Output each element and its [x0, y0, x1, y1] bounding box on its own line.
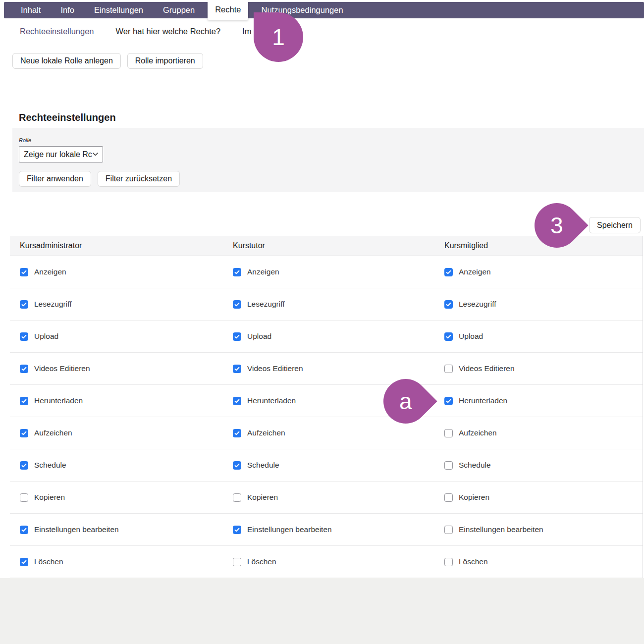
permission-cell: Upload [444, 332, 483, 341]
permission-label: Löschen [34, 557, 63, 566]
permission-cell: Anzeigen [20, 268, 66, 276]
permission-label: Anzeigen [459, 268, 491, 276]
checkbox-kurstutor-einstellungen-bearbeiten[interactable] [233, 526, 241, 534]
checkbox-kursadministrator-einstellungen-bearbeiten[interactable] [20, 526, 28, 534]
new-local-role-button[interactable]: Neue lokale Rolle anlegen [12, 53, 121, 69]
tab-gruppen[interactable]: Gruppen [153, 2, 205, 18]
checkbox-kursmitglied-aufzeichen[interactable] [444, 429, 453, 437]
checkbox-kursmitglied-herunterladen[interactable] [444, 397, 453, 405]
checkbox-kursmitglied-lesezugriff[interactable] [444, 300, 453, 309]
permission-cell: Herunterladen [233, 396, 296, 405]
checkbox-kurstutor-löschen[interactable] [233, 558, 241, 566]
permission-cell: Lesezugriff [20, 300, 72, 309]
checkbox-kursadministrator-kopieren[interactable] [20, 493, 28, 502]
permission-cell: Kopieren [444, 493, 489, 502]
tab-inhalt[interactable]: Inhalt [11, 2, 51, 18]
permission-label: Einstellungen bearbeiten [34, 525, 119, 534]
role-select[interactable]: Zeige nur lokale Rc [19, 146, 103, 162]
subnav-item-rechteeinstellungen[interactable]: Rechteeinstellungen [20, 27, 94, 36]
column-header-kurstutor: Kurstutor [233, 241, 265, 250]
permission-row-herunterladen: HerunterladenHerunterladenHerunterladen [10, 385, 643, 417]
role-actions: Neue lokale Rolle anlegen Rolle importie… [12, 53, 203, 69]
column-header-kursmitglied: Kursmitglied [444, 241, 488, 250]
permission-cell: Anzeigen [233, 268, 279, 276]
permission-cell: Schedule [444, 461, 491, 470]
checkbox-kurstutor-videos-editieren[interactable] [233, 365, 241, 373]
permission-cell: Videos Editieren [233, 364, 303, 373]
checkbox-kursadministrator-schedule[interactable] [20, 461, 28, 470]
permission-row-einstellungen-bearbeiten: Einstellungen bearbeitenEinstellungen be… [10, 514, 643, 546]
permission-cell: Einstellungen bearbeiten [233, 525, 332, 534]
permission-cell: Aufzeichen [233, 429, 285, 437]
permission-label: Löschen [459, 557, 488, 566]
checkbox-kursmitglied-einstellungen-bearbeiten[interactable] [444, 526, 453, 534]
permission-label: Lesezugriff [459, 300, 496, 309]
reset-filter-button[interactable]: Filter zurücksetzen [98, 171, 180, 187]
permission-cell: Videos Editieren [444, 364, 515, 373]
permission-row-schedule: ScheduleScheduleSchedule [10, 449, 643, 482]
permission-label: Videos Editieren [34, 364, 90, 373]
permission-label: Upload [34, 332, 58, 341]
checkbox-kursmitglied-anzeigen[interactable] [444, 268, 453, 276]
annotation-label: a [399, 390, 412, 413]
checkbox-kurstutor-herunterladen[interactable] [233, 397, 241, 405]
permission-cell: Aufzeichen [444, 429, 497, 437]
save-button[interactable]: Speichern [589, 217, 641, 233]
permission-cell: Löschen [444, 557, 488, 566]
checkbox-kursadministrator-videos-editieren[interactable] [20, 365, 28, 373]
permission-label: Aufzeichen [247, 429, 285, 437]
chevron-down-icon [93, 153, 98, 156]
permission-row-kopieren: KopierenKopierenKopieren [10, 482, 643, 514]
checkbox-kursmitglied-schedule[interactable] [444, 461, 453, 470]
permission-row-lesezugriff: LesezugriffLesezugriffLesezugriff [10, 288, 643, 321]
checkbox-kursmitglied-kopieren[interactable] [444, 493, 453, 502]
permission-label: Herunterladen [34, 396, 83, 405]
top-navigation: InhaltInfoEinstellungenGruppenRechteNutz… [4, 2, 644, 18]
permission-row-videos-editieren: Videos EditierenVideos EditierenVideos E… [10, 353, 643, 385]
role-select-value: Zeige nur lokale Rc [24, 150, 92, 159]
checkbox-kursadministrator-upload[interactable] [20, 332, 28, 341]
permission-cell: Löschen [20, 557, 63, 566]
permission-label: Kopieren [34, 493, 65, 502]
checkbox-kursmitglied-videos-editieren[interactable] [444, 365, 453, 373]
checkbox-kurstutor-kopieren[interactable] [233, 493, 241, 502]
checkbox-kurstutor-aufzeichen[interactable] [233, 429, 241, 437]
checkbox-kurstutor-lesezugriff[interactable] [233, 300, 241, 309]
permission-label: Einstellungen bearbeiten [459, 525, 543, 534]
permission-label: Herunterladen [247, 396, 296, 405]
checkbox-kursmitglied-upload[interactable] [444, 332, 453, 341]
page-title: Rechteeinstellungen [19, 112, 116, 123]
checkbox-kursmitglied-löschen[interactable] [444, 558, 453, 566]
checkbox-kursadministrator-aufzeichen[interactable] [20, 429, 28, 437]
permission-cell: Anzeigen [444, 268, 491, 276]
checkbox-kurstutor-anzeigen[interactable] [233, 268, 241, 276]
permission-cell: Videos Editieren [20, 364, 90, 373]
permission-cell: Herunterladen [20, 396, 83, 405]
checkbox-kurstutor-schedule[interactable] [233, 461, 241, 470]
permission-label: Schedule [247, 461, 279, 470]
permission-cell: Lesezugriff [444, 300, 496, 309]
checkbox-kursadministrator-anzeigen[interactable] [20, 268, 28, 276]
subnav-item-wer-hat-hier-welche-rechte-[interactable]: Wer hat hier welche Rechte? [116, 27, 221, 36]
permission-label: Schedule [459, 461, 491, 470]
permission-cell: Einstellungen bearbeiten [20, 525, 119, 534]
permission-label: Herunterladen [459, 396, 507, 405]
permission-label: Aufzeichen [34, 429, 72, 437]
checkbox-kursadministrator-löschen[interactable] [20, 558, 28, 566]
permission-label: Upload [459, 332, 483, 341]
apply-filter-button[interactable]: Filter anwenden [19, 171, 91, 187]
sub-navigation: RechteeinstellungenWer hat hier welche R… [20, 23, 276, 40]
permission-label: Anzeigen [34, 268, 66, 276]
permission-label: Kopieren [459, 493, 489, 502]
checkbox-kursadministrator-lesezugriff[interactable] [20, 300, 28, 309]
role-label: Rolle [19, 137, 31, 143]
permission-cell: Upload [20, 332, 58, 341]
footer-strip [0, 578, 644, 644]
checkbox-kursadministrator-herunterladen[interactable] [20, 397, 28, 405]
tab-einstellungen[interactable]: Einstellungen [84, 2, 153, 18]
import-role-button[interactable]: Rolle importieren [127, 53, 203, 69]
tab-info[interactable]: Info [51, 2, 84, 18]
tab-rechte[interactable]: Rechte [208, 0, 248, 20]
permission-row-upload: UploadUploadUpload [10, 321, 643, 353]
checkbox-kurstutor-upload[interactable] [233, 332, 241, 341]
